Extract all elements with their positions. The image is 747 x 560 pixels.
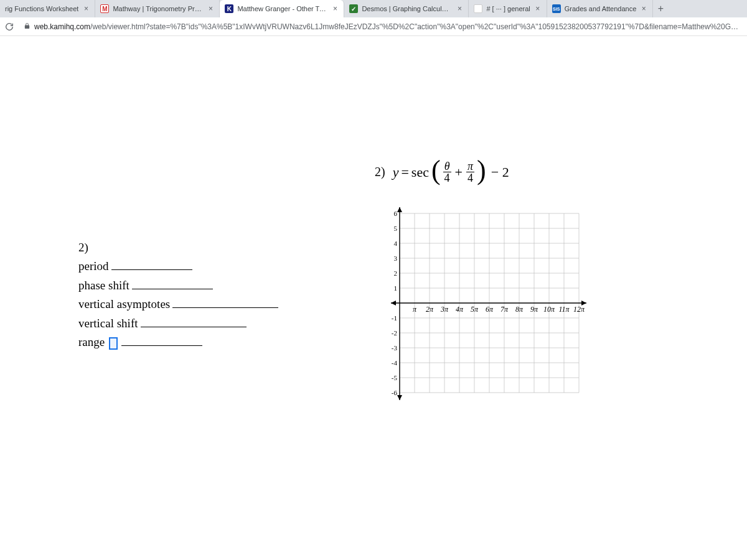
favicon: K [225,4,233,13]
field-phase-shift: phase shift [78,276,278,294]
field-period: period [78,257,278,275]
svg-text:5: 5 [394,225,398,232]
svg-text:3π: 3π [440,305,449,314]
favicon [474,4,482,13]
problem-number: 2) [375,165,385,179]
omnibox[interactable]: web.kamihq.com/web/viewer.html?state=%7B… [20,20,743,34]
svg-text:5π: 5π [471,305,479,314]
url-text: web.kamihq.com/web/viewer.html?state=%7B… [34,22,740,31]
svg-marker-29 [397,395,402,400]
svg-text:2: 2 [394,269,398,277]
svg-text:-5: -5 [392,374,398,381]
field-range: range [78,333,278,351]
tab-4[interactable]: # [ ··· ] general × [469,0,547,17]
svg-text:10π: 10π [543,305,555,314]
svg-text:8π: 8π [515,305,524,314]
svg-text:1: 1 [394,284,398,292]
lock-icon [24,22,31,31]
svg-marker-28 [397,207,402,212]
svg-marker-27 [391,301,396,306]
tab-title: # [ ··· ] general [486,5,530,12]
equation-body: y = sec ( θ 4 + π 4 ) − 2 [393,161,509,184]
tab-title: Matthew Granger - Other Trig Fun [237,5,327,12]
svg-text:9π: 9π [530,305,538,314]
favicon: SIS [552,4,561,13]
close-icon[interactable]: × [207,5,214,12]
svg-text:3: 3 [394,254,398,262]
svg-text:-3: -3 [392,344,398,352]
blank-graph: 6 5 4 3 2 1 -1 -2 -3 -4 -5 -6 π 2π [381,207,593,406]
tab-3[interactable]: ✓ Desmos | Graphing Calculator × [344,0,469,17]
svg-text:4: 4 [394,240,398,247]
svg-text:7π: 7π [500,305,509,314]
reload-button[interactable] [4,21,15,32]
close-icon[interactable]: × [331,5,339,12]
problem-label: 2) [78,238,278,256]
tab-title: Grades and Attendance [565,5,637,12]
close-icon[interactable]: × [640,5,647,12]
field-vertical-shift: vertical shift [78,314,278,332]
worksheet-fields: 2) period phase shift vertical asymptote… [78,238,278,352]
favicon: M [100,4,109,13]
svg-text:6: 6 [394,210,398,217]
svg-text:π: π [413,305,417,314]
favicon: ✓ [349,4,358,13]
tab-title: Desmos | Graphing Calculator [362,5,452,12]
svg-text:4π: 4π [456,305,464,314]
svg-text:-6: -6 [392,389,398,396]
new-tab-button[interactable]: + [653,1,668,16]
equation-2: 2) y = sec ( θ 4 + π 4 ) − 2 [375,161,509,184]
tab-title: Mathway | Trigonometry Problem [113,5,203,12]
svg-text:12π: 12π [573,305,585,314]
svg-text:-4: -4 [392,359,398,366]
svg-text:11π: 11π [558,305,570,314]
close-icon[interactable]: × [534,5,542,12]
close-icon[interactable]: × [82,5,90,12]
tab-0[interactable]: rig Functions Worksheet × [0,0,95,17]
document-page: 2) y = sec ( θ 4 + π 4 ) − 2 2) period p… [0,36,747,560]
text-cursor[interactable] [109,337,118,350]
svg-text:2π: 2π [426,305,434,314]
reload-icon [4,22,14,32]
field-vertical-asymptotes: vertical asymptotes [78,295,278,313]
tab-1[interactable]: M Mathway | Trigonometry Problem × [95,0,220,17]
close-icon[interactable]: × [456,5,463,12]
tab-strip: rig Functions Worksheet × M Mathway | Tr… [0,0,747,17]
svg-text:6π: 6π [486,305,494,314]
tab-2[interactable]: K Matthew Granger - Other Trig Fun × [220,0,344,17]
svg-text:-1: -1 [392,314,397,322]
address-bar: web.kamihq.com/web/viewer.html?state=%7B… [0,17,747,36]
svg-text:-2: -2 [392,329,397,337]
tab-title: rig Functions Worksheet [5,5,78,12]
tab-5[interactable]: SIS Grades and Attendance × [547,0,654,17]
